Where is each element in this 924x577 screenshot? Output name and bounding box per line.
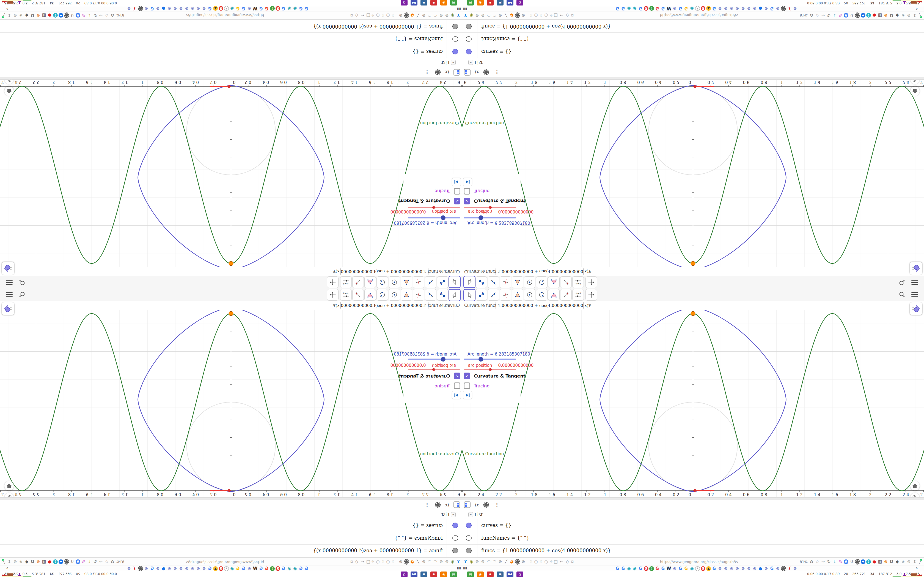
app-icon-monitor[interactable]: ▣: [420, 572, 427, 577]
reflect-tool-button[interactable]: [352, 289, 364, 301]
move-cursor-tool-button[interactable]: [464, 289, 475, 301]
point-tool-button[interactable]: A: [437, 276, 449, 288]
google-favicon[interactable]: G: [241, 566, 246, 571]
teal-favicon[interactable]: ◉: [229, 566, 234, 571]
app-icon-mask[interactable]: ◔: [517, 0, 523, 5]
globe-icon[interactable]: ⊕: [398, 13, 403, 18]
reload-icon[interactable]: ↻: [93, 13, 98, 18]
google-favicon[interactable]: G: [684, 6, 688, 11]
list-item-funcnames[interactable]: funcNames = {" "}: [0, 32, 462, 45]
curvature-tangent-checkbox[interactable]: ✓: [464, 198, 470, 205]
line-tool-button[interactable]: [425, 276, 436, 288]
visibility-marker-gray[interactable]: [466, 24, 472, 29]
chevron-down-icon[interactable]: ▼: [588, 304, 591, 308]
trash-icon[interactable]: ▥: [42, 13, 47, 18]
zoom-level-indicator[interactable]: 81%: [800, 560, 808, 564]
circle-two-points-tool-button[interactable]: [536, 276, 548, 288]
list-item-funcnames[interactable]: funcNames = {" "}: [462, 532, 924, 545]
google-favicon[interactable]: G: [615, 566, 620, 571]
list-item-curves[interactable]: curves = {}: [0, 519, 462, 532]
circle-center-tool-button[interactable]: [389, 276, 400, 288]
globe-color-icon[interactable]: ⊕: [36, 559, 41, 564]
home-button[interactable]: [5, 481, 14, 490]
list-item-funcs[interactable]: funcs = {1.00000000000 + cos(4.000000000…: [462, 545, 924, 557]
url-bar[interactable]: https://www.geogebra.org/classic/aagcxh3…: [186, 13, 264, 17]
perpendicular-line-tool-button[interactable]: [413, 289, 424, 301]
photo-favicon[interactable]: ▲: [706, 566, 711, 571]
slider-tool-button[interactable]: a=2: [572, 276, 584, 288]
back-arrow-icon[interactable]: ←: [360, 13, 365, 18]
google-favicon[interactable]: G: [207, 6, 212, 11]
more-options-button[interactable]: ⋮: [493, 501, 501, 509]
flower-favicon[interactable]: ⊛: [167, 6, 172, 11]
home-button[interactable]: [910, 87, 919, 96]
flower-favicon[interactable]: ⊛: [752, 6, 757, 11]
line-tool-button[interactable]: [425, 289, 436, 301]
target-widget-icon[interactable]: ⊙: [371, 13, 375, 18]
arc-length-slider[interactable]: [408, 359, 460, 360]
globe-icon[interactable]: ⊕: [444, 559, 449, 564]
folder-icon[interactable]: □: [553, 13, 558, 18]
circle-center-tool-button[interactable]: [524, 289, 535, 301]
f-favicon[interactable]: f: [787, 566, 792, 571]
reflect-tool-button[interactable]: [560, 276, 572, 288]
function-view-button[interactable]: ƒx: [472, 501, 481, 509]
google-favicon[interactable]: G: [615, 6, 620, 11]
flower-favicon[interactable]: ⊛: [752, 566, 757, 571]
target-widget-icon[interactable]: ⊙: [539, 13, 543, 18]
visibility-marker-empty[interactable]: [466, 535, 472, 541]
wrench-icon[interactable]: ╱: [415, 559, 420, 564]
app-icon-monitor[interactable]: ▣: [420, 0, 427, 5]
shield-gray-icon[interactable]: ◈: [901, 13, 906, 18]
perpendicular-line-tool-button[interactable]: [500, 276, 511, 288]
gear-favicon[interactable]: [138, 6, 143, 11]
chevron-down-icon[interactable]: ▼: [333, 270, 336, 274]
list-item-funcs[interactable]: funcs = {1.00000000000 + cos(4.000000000…: [0, 20, 462, 32]
funnel-icon[interactable]: Y: [463, 13, 468, 18]
line-tool-button[interactable]: [488, 276, 499, 288]
google-favicon[interactable]: G: [258, 6, 263, 11]
record-icon[interactable]: ●: [47, 13, 52, 18]
polygon-tool-button[interactable]: [401, 289, 412, 301]
arc-position-slider[interactable]: [464, 207, 516, 208]
visibility-marker-blue[interactable]: [452, 522, 458, 528]
photo-favicon[interactable]: ▲: [213, 6, 218, 11]
star-icon[interactable]: ☆: [815, 13, 820, 18]
app-icon-green[interactable]: ▤: [450, 572, 457, 577]
translate-blue-icon[interactable]: A: [844, 559, 848, 564]
flower-favicon[interactable]: ⊛: [126, 566, 131, 571]
slider-tool-button[interactable]: a=2: [340, 276, 352, 288]
blue-dot-favicon[interactable]: ●: [161, 6, 166, 11]
view-layout-button[interactable]: [453, 501, 461, 509]
olive-ext-icon[interactable]: ◉: [450, 13, 455, 18]
app-icon-firefox[interactable]: ◉: [477, 0, 484, 5]
translate-icon[interactable]: A: [809, 559, 814, 564]
arc-position-slider[interactable]: [464, 369, 516, 370]
settings-button[interactable]: [434, 501, 442, 509]
globe-icon[interactable]: ⊕: [498, 559, 503, 564]
google-favicon[interactable]: G: [655, 566, 660, 571]
menu-button[interactable]: [5, 277, 14, 287]
app-icon-firefox[interactable]: ◉: [440, 0, 447, 5]
teal-favicon[interactable]: ◉: [229, 6, 234, 11]
yandex-favicon[interactable]: Я: [219, 6, 223, 11]
arc-position-slider-knob[interactable]: [489, 368, 492, 371]
globe-color-icon[interactable]: ⊕: [883, 13, 888, 18]
globe-icon[interactable]: ⊕: [421, 13, 426, 18]
target-widget-icon[interactable]: ⊙: [391, 559, 395, 564]
move-cursor-tool-button[interactable]: [449, 276, 460, 288]
info-favicon[interactable]: i: [224, 566, 229, 571]
translate-icon[interactable]: A: [809, 13, 814, 18]
flower-favicon[interactable]: ⊛: [775, 6, 780, 11]
translate-blue-icon[interactable]: A: [76, 13, 80, 18]
app-icon-floppy[interactable]: 64: [507, 0, 514, 5]
google-favicon[interactable]: G: [655, 6, 660, 11]
gear-icon[interactable]: [855, 559, 860, 564]
gear-icon[interactable]: [515, 559, 520, 564]
point-tool-button[interactable]: A: [475, 289, 487, 301]
view-layout-button[interactable]: [463, 68, 471, 76]
app-icon-red-gear[interactable]: ✱: [430, 0, 437, 5]
folder-icon[interactable]: □: [553, 559, 558, 564]
app-icon-firefox[interactable]: ◉: [440, 572, 447, 577]
angle-tool-button[interactable]: [364, 289, 376, 301]
